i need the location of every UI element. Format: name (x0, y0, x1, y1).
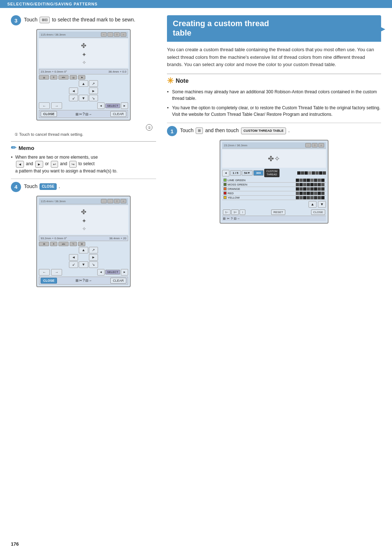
screen-mockup-1: 115.4mm / 38.3mm − · □ ⌂ ✤ ✦ ✧ 23.3mm (36, 29, 131, 121)
r-footer-icon-2: ✂ (227, 217, 230, 220)
callout-area: ① (11, 124, 152, 131)
icon-box: □ (114, 32, 120, 37)
color-row-red: RED (222, 191, 326, 196)
clear-button-1[interactable]: CLEAR (110, 111, 126, 117)
custom-thread-btn: CUSTOM THREAD TABLE (241, 127, 286, 134)
memo-or: or (45, 161, 50, 166)
right-column: Creating a custom thread table You can c… (167, 15, 381, 291)
s2-bottom-table: ⊞ (75, 278, 78, 282)
screen2-header: 115.4mm / 38.3mm · · □ ⌂ (39, 198, 128, 204)
red-pattern (296, 192, 324, 195)
s2-select-left: ◄ (97, 269, 105, 276)
color-name-orange: ORANGE (228, 187, 296, 191)
color-swatch-yellow (224, 196, 226, 199)
screen1-info: 23.3mm + 0.0mm 0° 38.4mm + 0.0 (39, 69, 128, 74)
orange-pattern (296, 187, 324, 191)
screen-r-footer: ⊞ ✂ ? ⊟→ (222, 216, 326, 221)
r-pattern-grid (297, 171, 326, 175)
note-item-1: Some machines may already have an additi… (167, 89, 381, 102)
screen-r-nav: ▲ ▼ (222, 201, 326, 208)
r-icon-2: □ (312, 143, 318, 147)
screen-r-icons: · □ ⌂ (305, 143, 324, 147)
r-custom-thread-tab: CUSTOMTHREAD (264, 169, 279, 177)
color-row-orange: ORANGE (222, 187, 326, 191)
color-name-red: RED (228, 192, 296, 195)
s2-icon-minus: · (101, 199, 107, 203)
note-item-2: You have the option to completely clear,… (167, 105, 381, 118)
nav-select-right: ► (121, 102, 128, 109)
color-name-yellow: YELLOW (228, 196, 296, 199)
r-btn-move[interactable]: ↕ (240, 209, 245, 215)
pc-8 (323, 171, 326, 175)
nav-icon-grid: ⊞ (39, 75, 49, 80)
nav-forward: → (51, 102, 62, 109)
screen-r-bottom: 1− 1+ ↕ RESET CLOSE (222, 209, 326, 216)
nav-right: ► (89, 87, 98, 94)
s2-nav-down: ▼ (79, 261, 88, 268)
screen-r-dims: 23.2mm / 36.3mm (224, 144, 247, 147)
color-swatch-red (224, 192, 226, 195)
r-tab-300: 300 (253, 170, 263, 176)
step1-and-then: and then touch (205, 127, 239, 133)
left-column: 3 Touch ⊞⊟ to select the thread mark to … (11, 15, 156, 291)
step3-touch: Touch (24, 17, 37, 23)
r-icon-3: ⌂ (318, 143, 324, 147)
screen2-arrow-row: ← → ◄ SELECT ► (39, 269, 128, 276)
screen2-nav-top: ⊞ 8 abc ½ ⊞ (39, 242, 128, 246)
r-nav-up: ▲ (309, 201, 317, 208)
screen1-bottom-icons: ⊞ ✂ ? ⊟→ (75, 112, 92, 116)
bottom-icon-table: ⊞ (75, 112, 78, 116)
screen1-bottom: CLOSE ⊞ ✂ ? ⊟→ CLEAR (39, 110, 128, 118)
select-label: SELECT (105, 103, 120, 108)
color-swatch-lime (224, 179, 226, 182)
r-btn-reset[interactable]: RESET (271, 209, 285, 215)
memo-arrow-left: ◄ (16, 161, 24, 168)
memo-text-1: When there are two or more elements, use (15, 155, 98, 160)
close-button-1[interactable]: CLOSE (41, 111, 57, 117)
memo-label: Memo (19, 145, 34, 151)
s2-symbol-1: ✤ (81, 208, 86, 216)
r-btn-close[interactable]: CLOSE (311, 209, 325, 215)
s2-nav-abc: abc (58, 242, 69, 246)
color-swatch-moss (224, 183, 226, 186)
caption-1: ① Touch to cancel thread mark setting. (15, 132, 156, 137)
close-btn-inline: CLOSE (40, 183, 56, 190)
s2-symbol-2: ✦ (82, 217, 86, 224)
screen1-nav-arrows: ▲ ↗ ◄ ► ↙ ▼ ↘ (69, 80, 98, 101)
screen1-header: 115.4mm / 38.3mm − · □ ⌂ (39, 32, 128, 38)
pc-3 (305, 171, 308, 175)
clear-button-2[interactable]: CLEAR (110, 278, 126, 284)
s2-icon-box: □ (114, 199, 120, 203)
nav-top-right: ↗ (89, 80, 98, 87)
r-btn-minus[interactable]: 1− (223, 209, 230, 215)
nav-select-left: ◄ (97, 102, 105, 109)
memo-title: ✏ Memo (11, 144, 156, 152)
s2-bottom-thread: ✂ (79, 278, 82, 282)
r-tab-54: 54▼ (242, 170, 253, 176)
screen2-dim-text: 115.4mm / 38.3mm (41, 200, 66, 203)
s2-nav-num: 8 (50, 242, 57, 246)
moss-pattern (296, 183, 324, 186)
r-btn-plus[interactable]: 1+ (231, 209, 239, 215)
step1-touch: Touch (180, 127, 193, 133)
pc-7 (319, 171, 322, 175)
pc-2 (301, 171, 304, 175)
s2-nav-right: ► (89, 254, 98, 261)
screen2-bottom: CLOSE ⊞ ✂ ? ⊟→ CLEAR (39, 277, 128, 285)
note-box: ✳ Note Some machines may already have an… (167, 74, 381, 118)
page-number: 176 (11, 541, 19, 547)
bottom-icon-question: ? (83, 112, 85, 116)
r-bottom-left-btns: 1− 1+ ↕ (223, 209, 245, 215)
memo-and-2: and (60, 161, 67, 166)
screen1-nav-top: ⊞ 8 abc ⊟ ⚑ (39, 75, 128, 80)
close-button-2[interactable]: CLOSE (41, 278, 57, 284)
s2-bottom-nav: ⊟→ (85, 278, 92, 282)
step4-period: . (59, 183, 60, 189)
yellow-pattern (296, 196, 324, 199)
divider-1 (11, 179, 156, 179)
memo-item-1: When there are two or more elements, use… (11, 154, 156, 174)
screen2-canvas: ✤ ✦ ✧ (39, 205, 128, 235)
step3-circle: 3 (11, 15, 21, 25)
screen1-info-left: 23.3mm + 0.0mm 0° (41, 70, 67, 73)
s2-nav-bot-left: ↙ (69, 261, 78, 268)
